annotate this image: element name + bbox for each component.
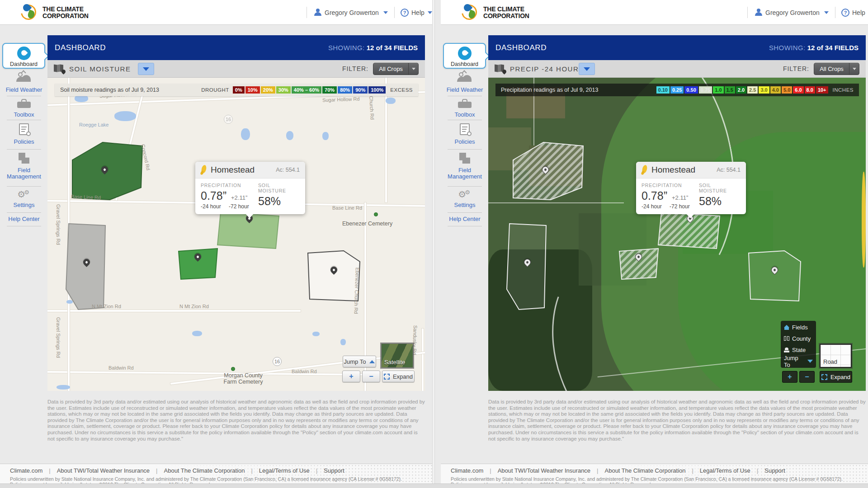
legend-swatch: 80% <box>338 86 352 94</box>
sidebar-item-label: Dashboard <box>444 61 485 67</box>
brand-line1: THE CLIMATE <box>42 6 89 13</box>
sidebar-item-help-center[interactable]: Help Center <box>2 216 46 222</box>
climate-corp-logo[interactable]: THE CLIMATECORPORATION <box>21 4 89 22</box>
cemetery-label-line1: Morgan County <box>224 372 262 379</box>
chevron-down-icon <box>408 63 418 75</box>
road-label: Base Line Rd <box>71 194 101 200</box>
expand-button[interactable]: Expand <box>820 371 852 383</box>
help-menu[interactable]: Help <box>411 9 425 16</box>
precipitation-legend: Precipitation readings as of Jul 9, 2013… <box>495 84 859 96</box>
gears-icon: ⚙⚙ <box>17 190 31 200</box>
legend-swatch: 0.75 <box>699 86 712 94</box>
sidebar-item-help-center[interactable]: Help Center <box>443 216 486 222</box>
field-name: Homestead <box>211 165 255 175</box>
sidebar-item-toolbox[interactable]: Toolbox <box>443 99 486 118</box>
footer-link[interactable]: About The Climate Corporation <box>164 467 245 474</box>
top-header: THE CLIMATECORPORATION Gregory Growerton… <box>441 0 868 25</box>
showing-label: SHOWING: <box>328 44 365 52</box>
footer-fine-print-1: Policies underwritten by State National … <box>451 476 843 482</box>
sidebar-item-label: Field Management <box>2 167 46 180</box>
basemap-toggle-road[interactable]: Road <box>820 344 852 368</box>
chevron-down-icon[interactable] <box>428 11 432 14</box>
map-mode-dropdown[interactable] <box>579 63 595 75</box>
footer-link[interactable]: About TWI/Total Weather Insurance <box>57 467 150 474</box>
footer-link[interactable]: Climate.com <box>451 467 483 474</box>
brand-line1: THE CLIMATE <box>483 6 529 13</box>
toolbox-icon <box>17 99 31 108</box>
chevron-down-icon[interactable] <box>383 11 388 14</box>
sidebar-divider <box>7 226 41 226</box>
field-polygon[interactable] <box>749 251 801 301</box>
map-pin-icon <box>495 65 505 73</box>
jump-to-button[interactable]: Jump To <box>343 356 376 367</box>
sidebar-item-field-management[interactable]: Field Management <box>443 153 486 180</box>
chevron-down-icon <box>807 360 813 363</box>
zoom-out-button[interactable]: − <box>362 371 380 382</box>
sidebar-item-dashboard[interactable]: Dashboard <box>443 43 486 69</box>
moisture-value: 58% <box>258 195 281 208</box>
legend-swatch: 6.0 <box>793 86 803 94</box>
footer-link[interactable]: Support <box>324 467 344 474</box>
sidebar-item-field-weather[interactable]: Field Weather <box>443 72 486 93</box>
crop-filter-dropdown[interactable]: All Crops <box>373 63 419 75</box>
footer-link[interactable]: Climate.com <box>10 467 42 474</box>
layer-item-state[interactable]: State <box>781 344 816 356</box>
jump-to-label: Jump To <box>344 358 366 365</box>
footer-link[interactable]: Legal/Terms of Use <box>259 467 310 474</box>
legend-swatch: 10% <box>245 86 260 94</box>
sidebar-item-policies[interactable]: Policies <box>443 123 486 145</box>
precip-delta: +2.11” <box>672 194 688 201</box>
legend-swatch: 2.5 <box>747 86 758 94</box>
sidebar-item-toolbox[interactable]: Toolbox <box>2 99 46 118</box>
legend-swatch: 3.0 <box>759 86 769 94</box>
jump-to-button[interactable]: Jump To <box>781 356 816 367</box>
legend-swatch: 30% <box>276 86 291 94</box>
zoom-out-button[interactable]: − <box>799 371 815 383</box>
sidebar-item-settings[interactable]: ⚙⚙ Settings <box>443 190 486 208</box>
sidebar-item-dashboard[interactable]: Dashboard <box>2 43 45 69</box>
soil-moisture-column: SOIL MOISTURE 58% <box>258 183 300 210</box>
sidebar-item-policies[interactable]: Policies <box>2 123 46 145</box>
footer-link-separator: | <box>251 467 252 474</box>
footer-link[interactable]: Legal/Terms of Use <box>700 467 750 474</box>
crop-filter-dropdown[interactable]: All Crops <box>814 63 859 75</box>
layer-item-fields[interactable]: Fields <box>781 322 816 333</box>
footer-link[interactable]: About TWI/Total Weather Insurance <box>498 467 590 474</box>
help-menu[interactable]: Help <box>852 9 865 16</box>
field-polygon[interactable] <box>308 251 360 301</box>
chevron-down-icon[interactable] <box>824 11 829 14</box>
soil-moisture-map[interactable]: Sugar Hollow Rd Sugar Hollow Rd Roegge L… <box>47 78 425 391</box>
layer-item-county[interactable]: County <box>781 333 816 344</box>
footer-link[interactable]: Support <box>764 467 785 474</box>
zoom-in-button[interactable]: + <box>782 371 797 383</box>
basemap-toggle-satellite[interactable]: Satellite <box>381 343 413 368</box>
map-mode-dropdown[interactable] <box>138 63 154 75</box>
basemap-label: Road <box>823 358 837 365</box>
legend-swatch: 0.50 <box>684 86 698 94</box>
gears-icon: ⚙⚙ <box>458 190 472 200</box>
corn-icon <box>642 165 647 175</box>
precip-value: 0.78” <box>642 189 667 202</box>
user-menu[interactable]: Gregory Growerton <box>325 9 379 16</box>
expand-button[interactable]: Expand <box>382 371 415 382</box>
footer-links: Climate.com|About TWI/Total Weather Insu… <box>451 467 785 474</box>
precipitation-column: PRECIPITATION 0.78”+2.11” -24 hour-72 ho… <box>201 183 258 210</box>
zoom-in-button[interactable]: + <box>342 371 360 382</box>
user-menu[interactable]: Gregory Growerton <box>765 9 820 16</box>
climate-corp-logo[interactable]: THE CLIMATECORPORATION <box>462 4 529 22</box>
sidebar-item-label: Policies <box>443 139 486 145</box>
policy-document-icon <box>19 123 29 135</box>
sidebar-item-label: Field Weather <box>2 87 46 93</box>
footer: Climate.com|About TWI/Total Weather Insu… <box>0 464 433 483</box>
sidebar-item-settings[interactable]: ⚙⚙ Settings <box>2 190 46 208</box>
moisture-label: SOIL MOISTURE <box>258 183 300 193</box>
user-icon <box>755 9 763 16</box>
sidebar-item-label: Settings <box>2 202 46 208</box>
user-icon <box>314 9 322 16</box>
map-mode-label: SOIL MOISTURE <box>69 65 131 73</box>
sidebar-item-field-management[interactable]: Field Management <box>2 153 46 180</box>
sidebar-divider <box>448 212 482 213</box>
sidebar-item-field-weather[interactable]: Field Weather <box>2 72 46 93</box>
footer-link[interactable]: About The Climate Corporation <box>605 467 686 474</box>
precipitation-map[interactable]: Precipitation readings as of Jul 9, 2013… <box>488 78 866 391</box>
